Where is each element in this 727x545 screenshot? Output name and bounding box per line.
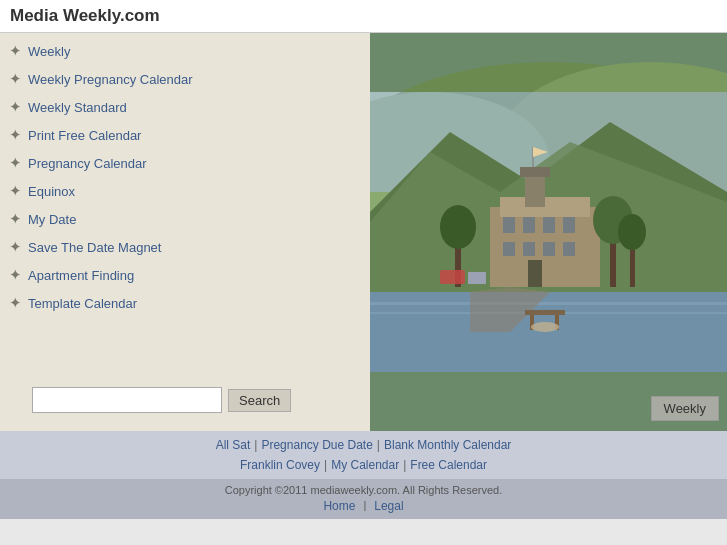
nav-bullet-icon: ✦ bbox=[8, 42, 22, 60]
links-row-1: All Sat | Pregnancy Due Date | Blank Mon… bbox=[0, 435, 727, 455]
nav-item-label: Pregnancy Calendar bbox=[28, 156, 147, 171]
sidebar-nav-item[interactable]: ✦Equinox bbox=[0, 177, 370, 205]
header: Media Weekly.com bbox=[0, 0, 727, 33]
main-content: ✦Weekly✦Weekly Pregnancy Calendar✦Weekly… bbox=[0, 33, 727, 431]
search-area: Search bbox=[0, 373, 370, 431]
svg-rect-18 bbox=[503, 242, 515, 256]
footer-home-link[interactable]: Home bbox=[323, 499, 355, 513]
svg-point-37 bbox=[531, 322, 559, 332]
nav-bullet-icon: ✦ bbox=[8, 266, 22, 284]
links-bar: All Sat | Pregnancy Due Date | Blank Mon… bbox=[0, 431, 727, 479]
copyright-text: Copyright ©2011 mediaweekly.com. All Rig… bbox=[225, 484, 503, 496]
sidebar-nav-item[interactable]: ✦Save The Date Magnet bbox=[0, 233, 370, 261]
nav-bullet-icon: ✦ bbox=[8, 70, 22, 88]
nav-item-label: Weekly Pregnancy Calendar bbox=[28, 72, 193, 87]
search-button[interactable]: Search bbox=[228, 389, 291, 412]
nav-bullet-icon: ✦ bbox=[8, 126, 22, 144]
nav-item-label: Save The Date Magnet bbox=[28, 240, 161, 255]
weekly-overlay-button[interactable]: Weekly bbox=[651, 396, 719, 421]
nav-list: ✦Weekly✦Weekly Pregnancy Calendar✦Weekly… bbox=[0, 33, 370, 373]
sep-1: | bbox=[254, 438, 257, 452]
svg-rect-13 bbox=[520, 167, 550, 177]
link-franklin-covey[interactable]: Franklin Covey bbox=[240, 458, 320, 472]
svg-rect-16 bbox=[543, 217, 555, 233]
sidebar-nav-item[interactable]: ✦Weekly bbox=[0, 37, 370, 65]
sidebar-nav-item[interactable]: ✦Print Free Calendar bbox=[0, 121, 370, 149]
nav-bullet-icon: ✦ bbox=[8, 238, 22, 256]
svg-point-24 bbox=[440, 205, 476, 249]
link-my-calendar[interactable]: My Calendar bbox=[331, 458, 399, 472]
hero-image: Weekly bbox=[370, 33, 727, 431]
link-free-calendar[interactable]: Free Calendar bbox=[410, 458, 487, 472]
nav-item-label: Apartment Finding bbox=[28, 268, 134, 283]
search-input[interactable] bbox=[32, 387, 222, 413]
svg-rect-17 bbox=[563, 217, 575, 233]
svg-rect-33 bbox=[468, 272, 486, 284]
svg-rect-34 bbox=[525, 310, 565, 315]
svg-rect-32 bbox=[440, 270, 465, 284]
svg-rect-14 bbox=[503, 217, 515, 233]
link-pregnancy-due-date[interactable]: Pregnancy Due Date bbox=[261, 438, 372, 452]
footer-links: Home | Legal bbox=[0, 499, 727, 513]
sidebar: ✦Weekly✦Weekly Pregnancy Calendar✦Weekly… bbox=[0, 33, 370, 431]
sidebar-nav-item[interactable]: ✦Weekly Pregnancy Calendar bbox=[0, 65, 370, 93]
link-all-sat[interactable]: All Sat bbox=[216, 438, 251, 452]
sidebar-nav-item[interactable]: ✦Weekly Standard bbox=[0, 93, 370, 121]
link-blank-monthly[interactable]: Blank Monthly Calendar bbox=[384, 438, 511, 452]
svg-rect-21 bbox=[563, 242, 575, 256]
sidebar-nav-item[interactable]: ✦Apartment Finding bbox=[0, 261, 370, 289]
svg-rect-19 bbox=[523, 242, 535, 256]
svg-point-28 bbox=[618, 214, 646, 250]
nav-bullet-icon: ✦ bbox=[8, 98, 22, 116]
links-row-2: Franklin Covey | My Calendar | Free Cale… bbox=[0, 455, 727, 475]
nav-bullet-icon: ✦ bbox=[8, 294, 22, 312]
footer-legal-link[interactable]: Legal bbox=[374, 499, 403, 513]
nav-item-label: My Date bbox=[28, 212, 76, 227]
sidebar-nav-item[interactable]: ✦My Date bbox=[0, 205, 370, 233]
sidebar-nav-item[interactable]: ✦Pregnancy Calendar bbox=[0, 149, 370, 177]
svg-rect-20 bbox=[543, 242, 555, 256]
sep-3: | bbox=[324, 458, 327, 472]
svg-rect-12 bbox=[525, 172, 545, 207]
nav-bullet-icon: ✦ bbox=[8, 154, 22, 172]
nav-bullet-icon: ✦ bbox=[8, 210, 22, 228]
sidebar-nav-item[interactable]: ✦Template Calendar bbox=[0, 289, 370, 317]
nav-item-label: Template Calendar bbox=[28, 296, 137, 311]
nav-item-label: Equinox bbox=[28, 184, 75, 199]
nav-item-label: Weekly Standard bbox=[28, 100, 127, 115]
svg-rect-22 bbox=[528, 260, 542, 287]
svg-rect-8 bbox=[370, 302, 727, 305]
sep-4: | bbox=[403, 458, 406, 472]
svg-rect-15 bbox=[523, 217, 535, 233]
footer: Copyright ©2011 mediaweekly.com. All Rig… bbox=[0, 479, 727, 519]
site-title: Media Weekly.com bbox=[10, 6, 717, 26]
nav-item-label: Weekly bbox=[28, 44, 70, 59]
sep-2: | bbox=[377, 438, 380, 452]
footer-sep: | bbox=[363, 499, 366, 513]
nav-item-label: Print Free Calendar bbox=[28, 128, 141, 143]
nav-bullet-icon: ✦ bbox=[8, 182, 22, 200]
